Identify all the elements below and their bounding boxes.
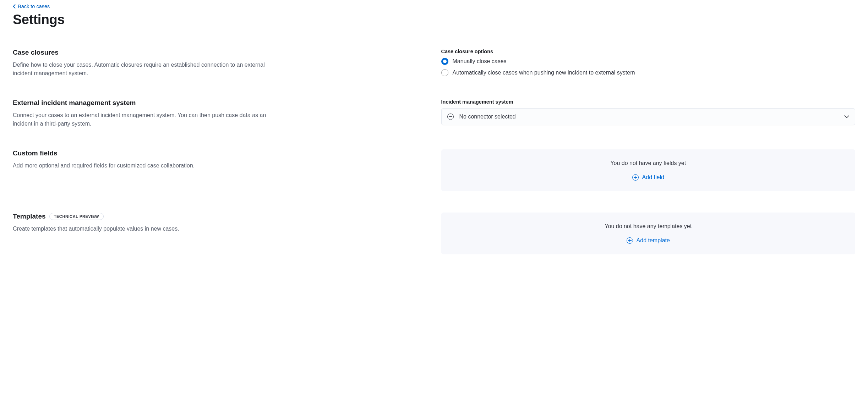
templates-description: Create templates that automatically popu… <box>13 225 275 233</box>
chevron-down-icon <box>844 115 849 118</box>
templates-title-row: Templates TECHNICAL PREVIEW <box>13 213 275 220</box>
connector-select[interactable]: No connector selected <box>441 108 856 125</box>
add-field-label: Add field <box>642 174 664 181</box>
custom-fields-empty-text: You do not have any fields yet <box>448 160 848 166</box>
section-external-system: External incident management system Conn… <box>13 99 855 128</box>
case-closures-description: Define how to close your cases. Automati… <box>13 61 275 78</box>
custom-fields-title: Custom fields <box>13 149 275 157</box>
radio-icon <box>441 69 448 76</box>
plus-circle-icon <box>632 174 639 181</box>
back-link-label: Back to cases <box>18 4 50 9</box>
page-title: Settings <box>13 12 855 27</box>
section-case-closures: Case closures Define how to close your c… <box>13 49 855 78</box>
add-field-button[interactable]: Add field <box>632 174 664 181</box>
connector-select-value: No connector selected <box>459 114 516 120</box>
external-system-description: Connect your cases to an external incide… <box>13 111 275 128</box>
case-closure-radio-group: Manually close cases Automatically close… <box>441 58 856 76</box>
radio-label: Automatically close cases when pushing n… <box>453 70 635 76</box>
technical-preview-badge: TECHNICAL PREVIEW <box>49 213 104 220</box>
incident-system-label: Incident management system <box>441 99 856 105</box>
section-custom-fields: Custom fields Add more optional and requ… <box>13 149 855 191</box>
case-closure-options-label: Case closure options <box>441 49 856 54</box>
external-system-title: External incident management system <box>13 99 275 107</box>
radio-auto-close[interactable]: Automatically close cases when pushing n… <box>441 69 856 76</box>
chevron-left-icon <box>13 4 16 9</box>
plus-circle-icon <box>627 237 633 244</box>
add-template-label: Add template <box>637 237 670 244</box>
radio-manual-close[interactable]: Manually close cases <box>441 58 856 65</box>
back-to-cases-link[interactable]: Back to cases <box>13 4 50 9</box>
templates-empty-text: You do not have any templates yet <box>448 223 848 230</box>
custom-fields-panel: You do not have any fields yet Add field <box>441 149 856 191</box>
templates-title: Templates <box>13 213 46 220</box>
minus-circle-icon <box>447 114 454 120</box>
custom-fields-description: Add more optional and required fields fo… <box>13 161 275 170</box>
templates-panel: You do not have any templates yet Add te… <box>441 213 856 254</box>
case-closures-title: Case closures <box>13 49 275 56</box>
radio-label: Manually close cases <box>453 58 507 65</box>
radio-icon <box>441 58 448 65</box>
add-template-button[interactable]: Add template <box>627 237 670 244</box>
section-templates: Templates TECHNICAL PREVIEW Create templ… <box>13 213 855 254</box>
